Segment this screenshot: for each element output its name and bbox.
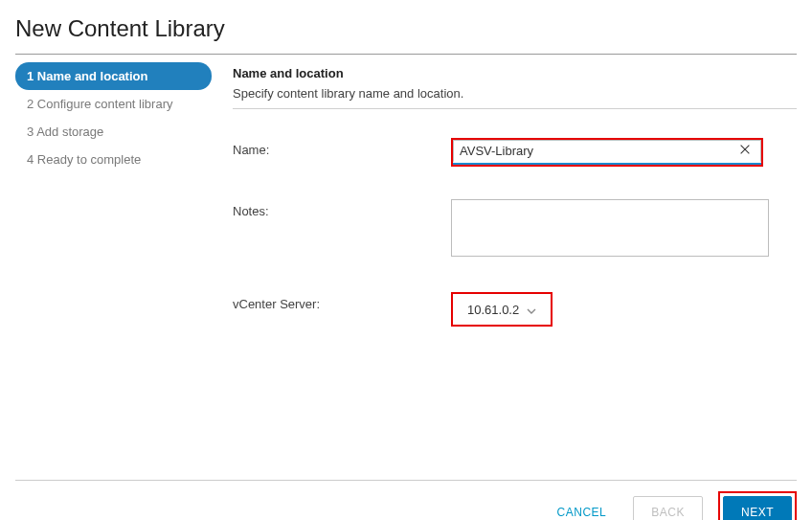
section-title: Name and location [233, 66, 797, 80]
step-number: 4 [27, 152, 34, 167]
step-number: 3 [27, 124, 34, 139]
step-number: 2 [27, 97, 34, 111]
notes-textarea[interactable] [451, 199, 769, 257]
vcenter-label: vCenter Server: [233, 292, 451, 311]
notes-label: Notes: [233, 199, 451, 218]
step-number: 1 [27, 69, 34, 83]
wizard-title: New Content Library [15, 15, 797, 42]
step-label: Name and location [37, 69, 148, 83]
step-label: Configure content library [37, 97, 173, 111]
name-label: Name: [233, 138, 451, 157]
chevron-down-icon [527, 305, 536, 314]
wizard-steps-sidebar: 1 Name and location 2 Configure content … [15, 62, 212, 474]
step-3-add-storage[interactable]: 3 Add storage [15, 118, 212, 146]
section-description: Specify content library name and locatio… [233, 86, 797, 101]
step-4-ready[interactable]: 4 Ready to complete [15, 146, 212, 173]
divider-section [233, 108, 797, 109]
step-label: Ready to complete [37, 152, 141, 167]
step-1-name-location[interactable]: 1 Name and location [15, 62, 212, 90]
cancel-button[interactable]: CANCEL [546, 498, 619, 520]
input-focus-underline [453, 163, 761, 165]
vcenter-server-dropdown[interactable]: 10.61.0.2 [459, 298, 545, 321]
wizard-footer: CANCEL BACK NEXT [15, 481, 797, 520]
name-input[interactable] [453, 140, 761, 163]
wizard-content: Name and location Specify content librar… [212, 62, 797, 474]
vcenter-selected-value: 10.61.0.2 [467, 303, 519, 317]
step-2-configure[interactable]: 2 Configure content library [15, 90, 212, 118]
clear-icon[interactable] [738, 143, 754, 158]
divider-top [15, 54, 797, 55]
back-button: BACK [633, 496, 703, 520]
step-label: Add storage [36, 124, 103, 139]
next-button[interactable]: NEXT [723, 496, 792, 520]
